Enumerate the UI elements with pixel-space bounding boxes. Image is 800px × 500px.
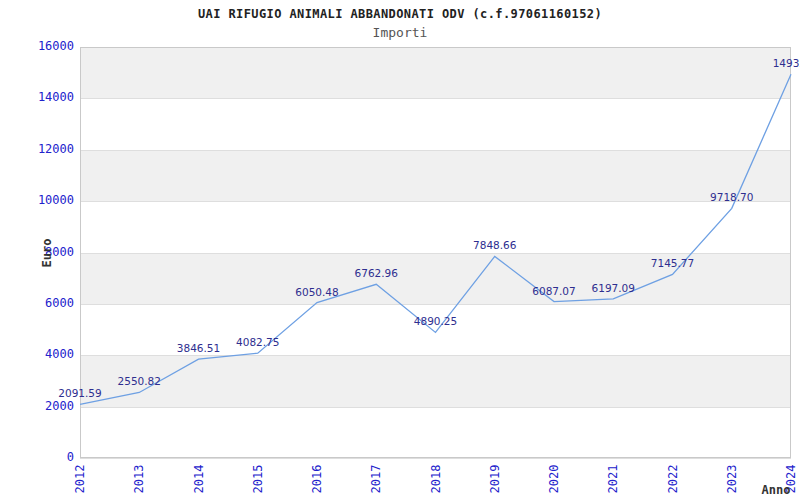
y-tick-label: 16000 [16, 40, 74, 53]
y-tick-label: 6000 [16, 297, 74, 310]
y-tick-label: 4000 [16, 348, 74, 361]
y-axis-title: Euro [40, 231, 54, 275]
x-tick-label: 2016 [310, 458, 324, 500]
data-point-label: 6087.07 [532, 285, 575, 297]
x-tick-label: 2020 [547, 458, 561, 500]
data-point-label: 4890.25 [414, 315, 457, 327]
data-point-label: 6050.48 [295, 286, 338, 298]
x-tick-label: 2017 [369, 458, 383, 500]
chart-subtitle: Importi [0, 25, 800, 40]
x-tick-label: 2023 [725, 458, 739, 500]
data-point-label: 7848.66 [473, 239, 516, 251]
x-tick-label: 2018 [429, 458, 443, 500]
y-tick-label: 2000 [16, 400, 74, 413]
data-point-label: 6762.96 [355, 267, 398, 279]
x-tick-label: 2022 [666, 458, 680, 500]
x-tick-label: 2019 [488, 458, 502, 500]
y-tick-label: 14000 [16, 91, 74, 104]
y-tick-label: 10000 [16, 194, 74, 207]
chart: UAI RIFUGIO ANIMALI ABBANDONATI ODV (c.f… [0, 0, 800, 500]
y-tick-label: 12000 [16, 143, 74, 156]
data-point-label: 6197.09 [592, 282, 635, 294]
x-tick-label: 2021 [606, 458, 620, 500]
plot-border [80, 47, 791, 458]
x-axis-title: Anno [758, 483, 794, 497]
data-point-label: 9718.70 [710, 191, 753, 203]
x-tick-label: 2012 [73, 458, 87, 500]
data-point-label: 2550.82 [118, 375, 161, 387]
data-point-label: 14935. [773, 57, 800, 69]
data-point-label: 3846.51 [177, 342, 220, 354]
data-point-label: 2091.59 [58, 387, 101, 399]
y-tick-label: 0 [16, 451, 74, 464]
data-point-label: 7145.77 [651, 257, 694, 269]
x-tick-label: 2013 [132, 458, 146, 500]
data-point-label: 4082.75 [236, 336, 279, 348]
chart-title: UAI RIFUGIO ANIMALI ABBANDONATI ODV (c.f… [0, 7, 800, 21]
x-tick-label: 2015 [251, 458, 265, 500]
x-tick-label: 2014 [192, 458, 206, 500]
